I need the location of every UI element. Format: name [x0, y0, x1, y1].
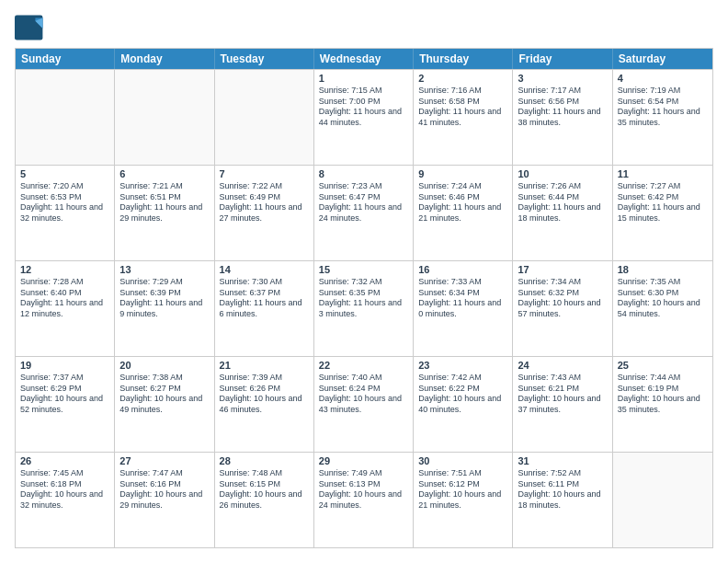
cal-cell-4-2: 20Sunrise: 7:38 AM Sunset: 6:27 PM Dayli…: [115, 357, 214, 452]
cal-cell-1-7: 4Sunrise: 7:19 AM Sunset: 6:54 PM Daylig…: [613, 70, 712, 165]
day-number: 5: [20, 168, 109, 179]
cal-cell-2-3: 7Sunrise: 7:22 AM Sunset: 6:49 PM Daylig…: [215, 166, 314, 260]
cal-cell-3-3: 14Sunrise: 7:30 AM Sunset: 6:37 PM Dayli…: [215, 261, 314, 356]
day-number: 13: [119, 264, 209, 275]
cal-cell-3-6: 17Sunrise: 7:34 AM Sunset: 6:32 PM Dayli…: [513, 261, 612, 356]
day-number: 17: [518, 264, 607, 275]
day-number: 7: [220, 168, 309, 179]
cal-cell-1-4: 1Sunrise: 7:15 AM Sunset: 7:00 PM Daylig…: [314, 70, 414, 165]
day-info: Sunrise: 7:49 AM Sunset: 6:13 PM Dayligh…: [319, 468, 408, 511]
day-info: Sunrise: 7:39 AM Sunset: 6:26 PM Dayligh…: [220, 373, 309, 416]
day-info: Sunrise: 7:26 AM Sunset: 6:44 PM Dayligh…: [518, 181, 607, 224]
cal-cell-3-2: 13Sunrise: 7:29 AM Sunset: 6:39 PM Dayli…: [115, 261, 214, 356]
day-number: 19: [20, 360, 109, 371]
day-number: 3: [518, 73, 607, 84]
day-number: 10: [518, 168, 607, 179]
day-number: 26: [20, 455, 109, 466]
day-info: Sunrise: 7:17 AM Sunset: 6:56 PM Dayligh…: [518, 86, 607, 129]
day-info: Sunrise: 7:29 AM Sunset: 6:39 PM Dayligh…: [119, 277, 209, 320]
day-number: 16: [418, 264, 507, 275]
header-day-wednesday: Wednesday: [314, 49, 414, 69]
day-number: 14: [220, 264, 309, 275]
cal-cell-4-4: 22Sunrise: 7:40 AM Sunset: 6:24 PM Dayli…: [314, 357, 414, 452]
header-day-sunday: Sunday: [16, 49, 115, 69]
week-row-5: 26Sunrise: 7:45 AM Sunset: 6:18 PM Dayli…: [16, 452, 712, 547]
day-number: 20: [119, 360, 209, 371]
week-row-4: 19Sunrise: 7:37 AM Sunset: 6:29 PM Dayli…: [16, 356, 712, 452]
day-number: 25: [618, 360, 708, 371]
cal-cell-3-5: 16Sunrise: 7:33 AM Sunset: 6:34 PM Dayli…: [414, 261, 513, 356]
day-info: Sunrise: 7:23 AM Sunset: 6:47 PM Dayligh…: [319, 181, 408, 224]
day-number: 22: [319, 360, 408, 371]
day-number: 12: [20, 264, 109, 275]
day-info: Sunrise: 7:16 AM Sunset: 6:58 PM Dayligh…: [418, 86, 507, 129]
day-info: Sunrise: 7:40 AM Sunset: 6:24 PM Dayligh…: [319, 373, 408, 416]
cal-cell-2-5: 9Sunrise: 7:24 AM Sunset: 6:46 PM Daylig…: [414, 166, 513, 260]
day-info: Sunrise: 7:37 AM Sunset: 6:29 PM Dayligh…: [20, 373, 109, 416]
day-number: 21: [220, 360, 309, 371]
calendar-header: SundayMondayTuesdayWednesdayThursdayFrid…: [16, 49, 712, 69]
day-info: Sunrise: 7:35 AM Sunset: 6:30 PM Dayligh…: [618, 277, 708, 320]
day-info: Sunrise: 7:20 AM Sunset: 6:53 PM Dayligh…: [20, 181, 109, 224]
header-day-saturday: Saturday: [613, 49, 712, 69]
cal-cell-3-7: 18Sunrise: 7:35 AM Sunset: 6:30 PM Dayli…: [613, 261, 712, 356]
cal-cell-5-7: [613, 453, 712, 547]
header: [15, 15, 713, 40]
day-info: Sunrise: 7:44 AM Sunset: 6:19 PM Dayligh…: [618, 373, 708, 416]
header-day-monday: Monday: [115, 49, 214, 69]
day-info: Sunrise: 7:52 AM Sunset: 6:11 PM Dayligh…: [518, 468, 607, 511]
cal-cell-5-6: 31Sunrise: 7:52 AM Sunset: 6:11 PM Dayli…: [513, 453, 612, 547]
day-info: Sunrise: 7:32 AM Sunset: 6:35 PM Dayligh…: [319, 277, 408, 320]
cal-cell-3-4: 15Sunrise: 7:32 AM Sunset: 6:35 PM Dayli…: [314, 261, 414, 356]
header-day-thursday: Thursday: [414, 49, 513, 69]
calendar: SundayMondayTuesdayWednesdayThursdayFrid…: [15, 48, 713, 548]
cal-cell-5-2: 27Sunrise: 7:47 AM Sunset: 6:16 PM Dayli…: [115, 453, 214, 547]
day-number: 24: [518, 360, 607, 371]
day-info: Sunrise: 7:19 AM Sunset: 6:54 PM Dayligh…: [618, 86, 708, 129]
day-info: Sunrise: 7:22 AM Sunset: 6:49 PM Dayligh…: [220, 181, 309, 224]
day-info: Sunrise: 7:43 AM Sunset: 6:21 PM Dayligh…: [518, 373, 607, 416]
cal-cell-4-5: 23Sunrise: 7:42 AM Sunset: 6:22 PM Dayli…: [414, 357, 513, 452]
week-row-3: 12Sunrise: 7:28 AM Sunset: 6:40 PM Dayli…: [16, 260, 712, 356]
week-row-2: 5Sunrise: 7:20 AM Sunset: 6:53 PM Daylig…: [16, 165, 712, 260]
day-number: 31: [518, 455, 607, 466]
day-info: Sunrise: 7:34 AM Sunset: 6:32 PM Dayligh…: [518, 277, 607, 320]
cal-cell-4-1: 19Sunrise: 7:37 AM Sunset: 6:29 PM Dayli…: [16, 357, 115, 452]
cal-cell-1-6: 3Sunrise: 7:17 AM Sunset: 6:56 PM Daylig…: [513, 70, 612, 165]
day-number: 27: [119, 455, 209, 466]
day-number: 8: [319, 168, 408, 179]
day-info: Sunrise: 7:45 AM Sunset: 6:18 PM Dayligh…: [20, 468, 109, 511]
day-info: Sunrise: 7:30 AM Sunset: 6:37 PM Dayligh…: [220, 277, 309, 320]
cal-cell-3-1: 12Sunrise: 7:28 AM Sunset: 6:40 PM Dayli…: [16, 261, 115, 356]
day-number: 9: [418, 168, 507, 179]
day-info: Sunrise: 7:51 AM Sunset: 6:12 PM Dayligh…: [418, 468, 507, 511]
day-info: Sunrise: 7:27 AM Sunset: 6:42 PM Dayligh…: [618, 181, 708, 224]
cal-cell-2-2: 6Sunrise: 7:21 AM Sunset: 6:51 PM Daylig…: [115, 166, 214, 260]
cal-cell-4-6: 24Sunrise: 7:43 AM Sunset: 6:21 PM Dayli…: [513, 357, 612, 452]
day-info: Sunrise: 7:48 AM Sunset: 6:15 PM Dayligh…: [220, 468, 309, 511]
day-number: 4: [618, 73, 708, 84]
cal-cell-5-3: 28Sunrise: 7:48 AM Sunset: 6:15 PM Dayli…: [215, 453, 314, 547]
day-info: Sunrise: 7:15 AM Sunset: 7:00 PM Dayligh…: [319, 86, 408, 129]
day-number: 28: [220, 455, 309, 466]
header-day-tuesday: Tuesday: [215, 49, 314, 69]
week-row-1: 1Sunrise: 7:15 AM Sunset: 7:00 PM Daylig…: [16, 69, 712, 165]
day-info: Sunrise: 7:28 AM Sunset: 6:40 PM Dayligh…: [20, 277, 109, 320]
cal-cell-2-6: 10Sunrise: 7:26 AM Sunset: 6:44 PM Dayli…: [513, 166, 612, 260]
day-info: Sunrise: 7:38 AM Sunset: 6:27 PM Dayligh…: [119, 373, 209, 416]
calendar-body: 1Sunrise: 7:15 AM Sunset: 7:00 PM Daylig…: [16, 69, 712, 547]
cal-cell-4-3: 21Sunrise: 7:39 AM Sunset: 6:26 PM Dayli…: [215, 357, 314, 452]
day-info: Sunrise: 7:33 AM Sunset: 6:34 PM Dayligh…: [418, 277, 507, 320]
day-number: 2: [418, 73, 507, 84]
day-info: Sunrise: 7:47 AM Sunset: 6:16 PM Dayligh…: [119, 468, 209, 511]
cal-cell-5-4: 29Sunrise: 7:49 AM Sunset: 6:13 PM Dayli…: [314, 453, 414, 547]
cal-cell-2-4: 8Sunrise: 7:23 AM Sunset: 6:47 PM Daylig…: [314, 166, 414, 260]
day-number: 15: [319, 264, 408, 275]
day-number: 11: [618, 168, 708, 179]
day-info: Sunrise: 7:24 AM Sunset: 6:46 PM Dayligh…: [418, 181, 507, 224]
header-day-friday: Friday: [513, 49, 612, 69]
cal-cell-1-3: [215, 70, 314, 165]
day-number: 18: [618, 264, 708, 275]
day-number: 6: [119, 168, 209, 179]
day-number: 30: [418, 455, 507, 466]
